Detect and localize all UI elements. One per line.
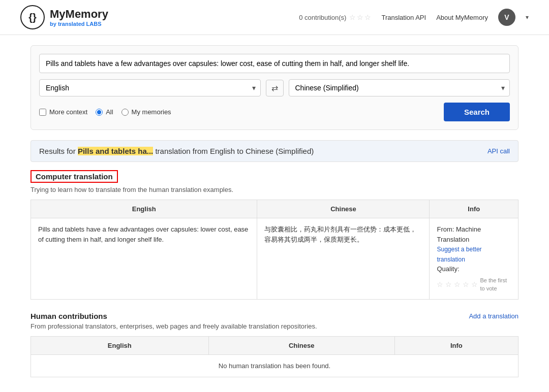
swap-languages-button[interactable]: ⇄ bbox=[266, 80, 284, 96]
chinese-cell: 与胶囊相比，药丸和片剂具有一些优势：成本更低，容易将其切成两半，保质期更长。 bbox=[257, 218, 430, 300]
search-button[interactable]: Search bbox=[444, 103, 510, 121]
logo-area: {} MyMemory by translated LABS bbox=[20, 5, 108, 29]
no-translation-text: No human translation has been found. bbox=[31, 354, 518, 377]
computer-translation-section: Computer translation Trying to learn how… bbox=[30, 170, 518, 300]
options-row: More context All My memories Search bbox=[39, 103, 510, 121]
target-lang-wrapper: Chinese (Simplified) ▾ bbox=[289, 79, 510, 96]
quality-label: Quality: bbox=[437, 264, 511, 274]
nav-about[interactable]: About MyMemory bbox=[436, 14, 488, 21]
quality-stars: ☆ ☆ ☆ ☆ ☆ Be the first to vote bbox=[437, 276, 511, 293]
computer-translation-title: Computer translation bbox=[30, 170, 118, 183]
main-content: English ▾ ⇄ Chinese (Simplified) ▾ More … bbox=[20, 35, 529, 392]
logo-text: MyMemory by translated LABS bbox=[50, 8, 108, 27]
q-star-5: ☆ bbox=[471, 279, 478, 290]
results-text: Results for Pills and tablets ha... tran… bbox=[39, 147, 314, 155]
human-col-english-header: English bbox=[31, 336, 209, 354]
highlight-text: Pills and tablets ha... bbox=[78, 147, 153, 155]
contributions: 0 contribution(s) ☆ ☆ ☆ bbox=[299, 13, 371, 21]
human-contributions-table: English Chinese Info No human translatio… bbox=[30, 336, 518, 378]
header: {} MyMemory by translated LABS 0 contrib… bbox=[0, 0, 549, 35]
header-stars: ☆ ☆ ☆ bbox=[349, 13, 371, 21]
q-star-2: ☆ bbox=[445, 279, 452, 290]
human-contributions-header: Human contributions Add a translation bbox=[30, 312, 518, 320]
human-col-chinese-header: Chinese bbox=[208, 336, 394, 354]
logo-sub: by translated LABS bbox=[50, 21, 108, 27]
q-star-4: ☆ bbox=[463, 279, 469, 290]
contribute-label: Please contribute! bbox=[30, 389, 518, 392]
more-context-checkbox-label[interactable]: More context bbox=[39, 108, 87, 116]
source-lang-select[interactable]: English bbox=[39, 79, 261, 96]
vote-text: Be the first to vote bbox=[480, 276, 511, 293]
star-3: ☆ bbox=[364, 13, 371, 21]
search-panel: English ▾ ⇄ Chinese (Simplified) ▾ More … bbox=[30, 45, 518, 130]
avatar[interactable]: V bbox=[498, 9, 515, 26]
q-star-3: ☆ bbox=[454, 279, 461, 290]
header-nav: 0 contribution(s) ☆ ☆ ☆ Translation API … bbox=[299, 9, 529, 26]
human-contributions-section: Human contributions Add a translation Fr… bbox=[30, 312, 518, 393]
nav-translation-api[interactable]: Translation API bbox=[381, 14, 426, 21]
col-info-header: Info bbox=[430, 200, 518, 218]
target-lang-select[interactable]: Chinese (Simplified) bbox=[289, 79, 510, 96]
api-call-link[interactable]: API call bbox=[487, 147, 510, 155]
more-context-checkbox[interactable] bbox=[39, 109, 46, 116]
results-header: Results for Pills and tablets ha... tran… bbox=[30, 140, 518, 162]
star-2: ☆ bbox=[357, 13, 363, 21]
logo-name: MyMemory bbox=[50, 8, 108, 21]
col-english-header: English bbox=[31, 200, 257, 218]
human-col-info-header: Info bbox=[394, 336, 518, 354]
my-memories-radio-label[interactable]: My memories bbox=[121, 108, 171, 116]
logo-icon: {} bbox=[20, 5, 45, 29]
suggest-better-translation-link[interactable]: Suggest a better translation bbox=[437, 246, 481, 263]
source-lang-wrapper: English ▾ bbox=[39, 79, 261, 96]
add-translation-link-top[interactable]: Add a translation bbox=[469, 312, 518, 320]
computer-translation-table: English Chinese Info Pills and tablets h… bbox=[30, 200, 518, 300]
q-star-1: ☆ bbox=[437, 279, 443, 290]
col-chinese-header: Chinese bbox=[257, 200, 430, 218]
computer-translation-desc: Trying to learn how to translate from th… bbox=[30, 186, 518, 193]
human-contributions-title: Human contributions bbox=[30, 312, 107, 320]
no-translation-row: No human translation has been found. bbox=[31, 354, 518, 377]
all-radio[interactable] bbox=[96, 109, 103, 116]
table-row: Pills and tablets have a few advantages … bbox=[31, 218, 518, 300]
avatar-dropdown-arrow[interactable]: ▾ bbox=[526, 14, 529, 21]
my-memories-radio[interactable] bbox=[121, 109, 129, 116]
human-contributions-desc: From professional translators, enterpris… bbox=[30, 322, 518, 330]
all-radio-label[interactable]: All bbox=[96, 108, 113, 116]
english-cell: Pills and tablets have a few advantages … bbox=[31, 218, 257, 300]
language-row: English ▾ ⇄ Chinese (Simplified) ▾ bbox=[39, 79, 510, 96]
info-cell: From: Machine Translation Suggest a bett… bbox=[430, 218, 518, 300]
star-1: ☆ bbox=[349, 13, 356, 21]
search-input[interactable] bbox=[39, 54, 510, 73]
